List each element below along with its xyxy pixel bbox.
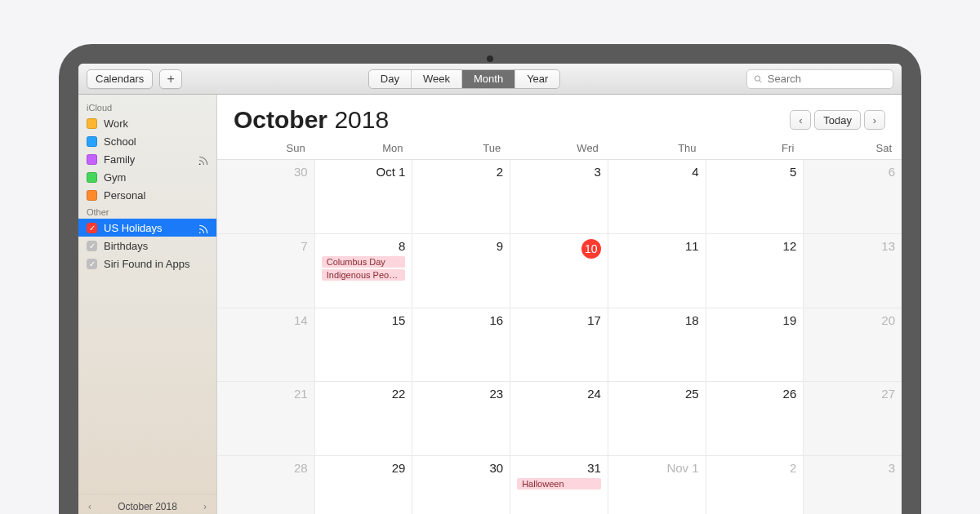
day-cell[interactable]: 17 [510,308,608,383]
day-cell[interactable]: 5 [706,160,804,234]
view-week[interactable]: Week [412,70,462,88]
day-cell[interactable]: 9 [412,234,510,308]
today-indicator: 10 [581,239,601,259]
calendar-main: October 2018 ‹ Today › [217,95,902,514]
view-month[interactable]: Month [462,70,515,88]
sidebar-item[interactable]: ✓Siri Found in Apps [78,255,216,273]
month-title: October 2018 [234,106,389,134]
day-cell[interactable]: 30 [217,160,315,234]
sidebar-item[interactable]: ✓Birthdays [78,237,216,255]
day-cell[interactable]: 7 [217,234,315,308]
mini-month-label: October 2018 [118,501,177,512]
weekday-label: Thu [608,142,706,154]
day-cell[interactable]: 30 [412,456,510,514]
day-cell[interactable]: 19 [706,308,804,383]
chevron-right-icon: › [873,114,876,126]
sidebar-item[interactable]: Gym [78,168,216,186]
svg-point-2 [199,163,201,164]
view-day[interactable]: Day [369,70,412,88]
event-pill[interactable]: Halloween [517,478,601,490]
day-number: 20 [810,313,895,327]
sidebar-item[interactable]: Personal [78,186,216,204]
view-segmented-control: Day Week Month Year [368,69,561,89]
day-cell[interactable]: 2 [706,456,804,514]
day-cell[interactable]: 3 [804,456,902,514]
month-name: October [234,106,327,133]
day-cell[interactable]: 6 [804,160,902,234]
day-cell[interactable]: 20 [804,308,902,383]
day-cell[interactable]: 31Halloween [510,456,608,514]
event-pill[interactable]: Indigenous Peo… [322,269,406,281]
day-cell[interactable]: 27 [804,382,902,456]
search-field[interactable] [746,69,893,89]
day-number: 3 [810,461,895,475]
day-cell[interactable]: 2 [412,160,510,234]
day-number: 28 [224,461,308,475]
weekday-label: Tue [412,142,510,154]
day-cell[interactable]: Oct 1 [315,160,413,234]
view-year[interactable]: Year [515,70,559,88]
day-number: 27 [810,387,895,401]
day-number: 8 [322,239,406,253]
day-cell[interactable]: 29 [315,456,413,514]
day-cell[interactable]: 28 [217,456,315,514]
today-button[interactable]: Today [814,110,861,130]
day-cell[interactable]: Nov 1 [608,456,706,514]
day-cell[interactable]: 25 [608,382,706,456]
shared-icon [198,154,208,165]
day-number: 12 [713,239,797,253]
day-number: 9 [419,239,503,253]
sidebar-group-title: iCloud [78,100,216,114]
sidebar-item[interactable]: Work [78,114,216,132]
day-cell[interactable]: 11 [608,234,706,308]
checkbox-icon: ✓ [87,241,97,251]
svg-line-1 [760,80,762,82]
mini-prev-button[interactable]: ‹ [88,501,91,512]
checkbox-icon: ✓ [87,259,97,269]
day-number: 13 [810,239,895,253]
day-number: 24 [517,387,601,401]
day-cell[interactable]: 3 [510,160,608,234]
sidebar-item-label: Gym [104,171,126,184]
day-cell[interactable]: 21 [217,382,315,456]
checkbox-icon: ✓ [87,223,97,233]
day-cell[interactable]: 12 [706,234,804,308]
calendars-button[interactable]: Calendars [87,69,153,89]
day-cell[interactable]: 14 [217,308,315,383]
plus-icon: + [167,72,175,86]
sidebar-item[interactable]: ✓US Holidays [78,219,216,237]
day-number: 19 [713,313,797,327]
day-cell[interactable]: 24 [510,382,608,456]
day-number: 2 [713,461,797,475]
day-number: 6 [810,165,895,179]
day-cell[interactable]: 16 [412,308,510,383]
search-input[interactable] [768,73,886,85]
day-number: 10 [517,239,601,259]
event-pill[interactable]: Columbus Day [322,256,406,268]
day-number: 22 [322,387,406,401]
camera-dot [487,55,493,62]
add-button[interactable]: + [159,69,182,89]
toolbar: Calendars + Day Week Month Year [78,64,902,95]
day-cell[interactable]: 22 [315,382,413,456]
day-cell[interactable]: 4 [608,160,706,234]
sidebar-item[interactable]: Family [78,150,216,168]
day-cell[interactable]: 15 [315,308,413,383]
sidebar-item-label: US Holidays [104,222,163,234]
weekday-label: Sat [804,142,902,154]
day-cell[interactable]: 23 [412,382,510,456]
weekday-label: Fri [706,142,804,154]
day-cell[interactable]: 13 [804,234,902,308]
day-cell[interactable]: 8Columbus DayIndigenous Peo… [315,234,413,308]
next-month-button[interactable]: › [864,110,885,130]
sidebar-item[interactable]: School [78,132,216,150]
prev-month-button[interactable]: ‹ [790,110,811,130]
day-number: 26 [713,387,797,401]
day-number: 18 [615,313,699,327]
day-cell[interactable]: 10 [510,234,608,308]
day-cell[interactable]: 26 [706,382,804,456]
day-cell[interactable]: 18 [608,308,706,383]
day-number: 11 [615,239,699,253]
day-number: Oct 1 [322,165,406,179]
mini-next-button[interactable]: › [203,501,207,512]
